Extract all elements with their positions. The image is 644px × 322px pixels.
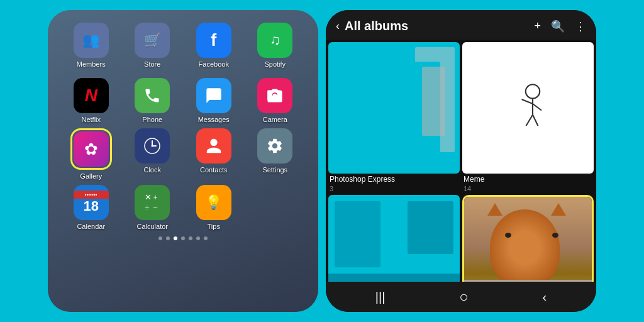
telegram-thumb xyxy=(464,197,592,282)
app-messages[interactable]: Messages xyxy=(189,78,239,123)
album-photoshop-express[interactable]: Photoshop Express 3 xyxy=(328,42,460,192)
album-family[interactable]: Family 6 xyxy=(328,195,460,282)
app-tips[interactable]: 💡 Tips xyxy=(189,185,239,230)
svg-point-6 xyxy=(525,84,539,98)
phone-left: 👥 Members 🛒 Store f Facebook ♫ Spotify N xyxy=(48,10,318,312)
contacts-label: Contacts xyxy=(200,166,227,174)
telegram-highlight-box xyxy=(462,195,594,282)
messages-icon xyxy=(196,78,231,113)
svg-line-8 xyxy=(521,99,533,104)
phone-icon xyxy=(135,78,170,113)
spotify-label: Spotify xyxy=(264,60,286,68)
clock-label: Clock xyxy=(143,166,161,174)
gallery-label: Gallery xyxy=(80,172,102,180)
bottom-nav: ||| ○ ‹ xyxy=(326,282,596,312)
apps-row-2: N Netflix Phone Messages xyxy=(60,78,306,123)
dot-5 xyxy=(189,236,192,240)
app-spotify[interactable]: ♫ Spotify xyxy=(250,23,300,68)
back-button[interactable]: ‹ xyxy=(336,19,340,33)
header-actions: + 🔍 ⋮ xyxy=(534,19,586,33)
gallery-highlight: ✿ xyxy=(70,128,112,170)
more-button[interactable]: ⋮ xyxy=(575,19,586,33)
facebook-icon: f xyxy=(196,23,231,58)
app-calendar[interactable]: ▪▪▪▪▪▪▪ 18 Calendar xyxy=(66,185,116,230)
app-store[interactable]: 🛒 Store xyxy=(127,23,177,68)
svg-line-11 xyxy=(533,114,538,126)
gallery-title: All albums xyxy=(345,19,529,33)
back-nav-button[interactable]: ‹ xyxy=(542,290,547,304)
clock-icon xyxy=(135,128,170,164)
home-button[interactable]: ○ xyxy=(459,288,469,306)
dot-7 xyxy=(204,236,208,240)
store-label: Store xyxy=(144,60,160,68)
album-telegram[interactable]: Telegram 6 xyxy=(462,195,594,282)
messages-label: Messages xyxy=(198,116,230,123)
facebook-label: Facebook xyxy=(199,60,229,68)
phone-label: Phone xyxy=(142,116,162,123)
app-phone[interactable]: Phone xyxy=(127,78,177,123)
contacts-icon xyxy=(196,128,231,164)
top-apps-row: 👥 Members 🛒 Store f Facebook ♫ Spotify xyxy=(60,23,306,68)
dot-6 xyxy=(196,236,200,240)
svg-point-5 xyxy=(152,145,153,147)
apps-grid: N Netflix Phone Messages xyxy=(60,78,306,230)
members-label: Members xyxy=(77,60,106,68)
tips-label: Tips xyxy=(208,223,220,230)
spotify-icon: ♫ xyxy=(257,23,292,58)
app-settings[interactable]: Settings xyxy=(250,128,300,180)
dot-1 xyxy=(158,236,162,240)
calculator-icon: ✕+ ÷− xyxy=(135,185,170,220)
netflix-label: Netflix xyxy=(81,116,101,123)
meme-name: Meme xyxy=(462,175,594,184)
album-meme[interactable]: Meme 14 xyxy=(462,42,594,192)
albums-grid: Photoshop Express 3 xyxy=(326,40,596,282)
app-members[interactable]: 👥 Members xyxy=(66,23,116,68)
meme-thumb xyxy=(462,42,594,174)
stick-figure-svg xyxy=(506,80,550,136)
family-thumb xyxy=(328,195,460,282)
photoshop-express-name: Photoshop Express xyxy=(328,175,460,184)
calendar-label: Calendar xyxy=(77,223,105,230)
add-button[interactable]: + xyxy=(534,19,541,33)
recent-apps-button[interactable]: ||| xyxy=(375,290,386,304)
settings-icon xyxy=(257,128,292,164)
app-netflix[interactable]: N Netflix xyxy=(66,78,116,123)
apps-row-3: ✿ Gallery Clock xyxy=(60,128,306,180)
phone-right: ‹ All albums + 🔍 ⋮ Photoshop Express 3 xyxy=(326,10,596,312)
dot-3 xyxy=(174,236,177,240)
meme-count: 14 xyxy=(462,185,594,192)
app-camera[interactable]: Camera xyxy=(250,78,300,123)
gallery-header: ‹ All albums + 🔍 ⋮ xyxy=(326,10,596,40)
dot-4 xyxy=(181,236,185,240)
dot-2 xyxy=(166,236,170,240)
app-calculator[interactable]: ✕+ ÷− Calculator xyxy=(127,185,177,230)
tips-icon: 💡 xyxy=(196,185,231,220)
app-facebook[interactable]: f Facebook xyxy=(189,23,239,68)
app-contacts[interactable]: Contacts xyxy=(189,128,239,180)
camera-icon xyxy=(257,78,292,113)
app-gallery[interactable]: ✿ Gallery xyxy=(66,128,116,180)
photoshop-express-thumb xyxy=(328,42,460,174)
svg-line-10 xyxy=(526,114,533,126)
settings-label: Settings xyxy=(262,166,287,174)
netflix-icon: N xyxy=(74,78,109,113)
main-container: 👥 Members 🛒 Store f Facebook ♫ Spotify N xyxy=(8,7,636,315)
members-icon: 👥 xyxy=(74,23,109,58)
calendar-icon: ▪▪▪▪▪▪▪ 18 xyxy=(74,185,109,220)
gallery-icon: ✿ xyxy=(74,131,109,167)
svg-line-9 xyxy=(533,104,541,111)
apps-row-4: ▪▪▪▪▪▪▪ 18 Calendar ✕+ ÷− Calculator xyxy=(60,185,306,230)
page-dots xyxy=(158,236,208,240)
calculator-label: Calculator xyxy=(136,223,168,230)
app-clock[interactable]: Clock xyxy=(127,128,177,180)
camera-label: Camera xyxy=(263,116,287,123)
store-icon: 🛒 xyxy=(135,23,170,58)
search-button[interactable]: 🔍 xyxy=(551,19,565,33)
photoshop-express-count: 3 xyxy=(328,185,460,192)
